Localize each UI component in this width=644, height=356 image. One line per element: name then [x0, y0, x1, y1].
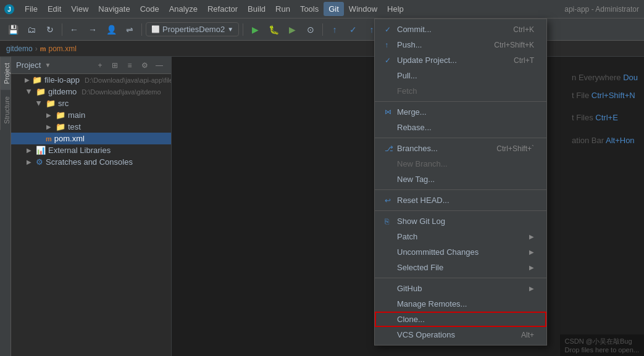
tree-item-pomxml[interactable]: m pom.xml: [11, 133, 171, 144]
breadcrumb-file[interactable]: pom.xml: [48, 44, 76, 53]
menu-analyze[interactable]: Analyze: [164, 2, 203, 16]
vcs-update-button[interactable]: 👤: [103, 22, 119, 38]
update-button[interactable]: ↑: [327, 22, 343, 38]
branch-icon: ⬜: [151, 25, 160, 33]
coverage-button[interactable]: ▶: [284, 22, 300, 38]
menu-tools[interactable]: Tools: [295, 2, 324, 16]
update-shortcut: Ctrl+T: [514, 56, 534, 65]
menubar: J File Edit View Navigate Code Analyze R…: [0, 0, 644, 19]
menu-code[interactable]: Code: [135, 2, 164, 16]
tree-item-fileioapp[interactable]: ▶ 📁 file-io-app D:\Download\java\api-app…: [11, 74, 171, 86]
git-menu-uncommitted[interactable]: Uncommitted Changes ▶: [375, 244, 546, 260]
sidebar-scroll-button[interactable]: ⊞: [108, 59, 122, 72]
branches-shortcut: Ctrl+Shift+`: [496, 144, 534, 153]
tree-item-test[interactable]: ▶ 📁 test: [11, 121, 171, 133]
tree-label-external-libs: External Libraries: [48, 146, 111, 155]
sidebar-collapse-button[interactable]: ≡: [123, 59, 136, 72]
git-menu-manage-remotes[interactable]: Manage Remotes...: [375, 296, 546, 312]
git-menu-commit[interactable]: ✓ Commit... Ctrl+K: [375, 22, 546, 37]
branch-selector[interactable]: ⬜ PropertiesDemo2 ▼: [146, 22, 239, 36]
tree-label-main: main: [68, 110, 85, 120]
toolbar: 💾 🗂 ↻ ← → 👤 ⇌ ⬜ PropertiesDemo2 ▼ ▶ 🐛 ▶ …: [0, 19, 644, 41]
commit-toolbar-button[interactable]: ✓: [345, 22, 361, 38]
folder-icon-main: 📁: [56, 110, 65, 120]
sync-button[interactable]: ↻: [42, 22, 58, 38]
tree-item-main[interactable]: ▶ 📁 main: [11, 109, 171, 121]
sidebar-dropdown-icon[interactable]: ▼: [44, 62, 51, 68]
project-tree: ▶ 📁 file-io-app D:\Download\java\api-app…: [11, 74, 171, 168]
push-shortcut: Ctrl+Shift+K: [494, 41, 534, 49]
folder-icon-fileioapp: 📁: [32, 75, 42, 85]
git-menu-vcs-operations-label: VCS Operations: [397, 330, 455, 339]
chevron-fileioapp: ▶: [25, 77, 30, 83]
left-tab-project[interactable]: Project: [0, 57, 10, 90]
breadcrumb-project[interactable]: gitdemo: [6, 44, 33, 53]
git-menu-vcs-operations[interactable]: VCS Operations Alt+: [375, 327, 546, 342]
sidebar-title: Project ▼: [16, 60, 91, 70]
profile-button[interactable]: ⊙: [303, 22, 319, 38]
git-menu-new-tag-label: New Tag...: [397, 175, 435, 184]
tree-item-gitdemo[interactable]: ▶ 📁 gitdemo D:\Download\java\gitdemo: [11, 86, 171, 97]
run-button[interactable]: ▶: [247, 22, 263, 38]
menu-help[interactable]: Help: [382, 2, 409, 16]
git-menu-update-label: Update Project...: [397, 56, 457, 65]
watermark-text: CSDN @小吴在敲Bug: [565, 337, 639, 346]
chevron-scratches: ▶: [25, 159, 33, 165]
tree-item-external-libs[interactable]: ▶ 📊 External Libraries: [11, 144, 171, 156]
menu-git[interactable]: Git: [324, 2, 344, 16]
git-menu-github[interactable]: GitHub ▶: [375, 281, 546, 296]
git-menu-push[interactable]: ↑ Push... Ctrl+Shift+K: [375, 37, 546, 52]
menu-navigate[interactable]: Navigate: [93, 2, 135, 16]
git-menu-selected-file-label: Selected File: [397, 263, 443, 272]
git-menu-show-log[interactable]: ⎘ Show Git Log: [375, 213, 546, 229]
git-menu-reset-head[interactable]: ↩ Reset HEAD...: [375, 192, 546, 208]
chevron-src: ▶: [36, 99, 43, 108]
save-button[interactable]: 💾: [5, 22, 21, 38]
tree-path-gitdemo: D:\Download\java\gitdemo: [82, 88, 161, 96]
git-menu-clone[interactable]: Clone...: [375, 312, 546, 327]
git-menu-new-branch-label: New Branch...: [397, 159, 448, 168]
diff-button[interactable]: ⇌: [122, 22, 138, 38]
forward-button[interactable]: →: [85, 22, 101, 38]
branch-name: PropertiesDemo2: [162, 25, 225, 34]
push-check: ↑: [385, 41, 393, 49]
sidebar: Project ▼ + ⊞ ≡ ⚙ — ▶ 📁 file-io-app D:\D…: [11, 57, 172, 356]
sidebar-settings-button[interactable]: ⚙: [138, 59, 151, 72]
back-button[interactable]: ←: [66, 22, 82, 38]
chevron-external-libs: ▶: [25, 147, 33, 154]
menu-view[interactable]: View: [66, 2, 93, 16]
save-all-button[interactable]: 🗂: [23, 22, 40, 38]
left-tab-structure[interactable]: Structure: [0, 90, 10, 130]
title-bar-text: api-app - Administrator: [564, 0, 644, 19]
git-menu-merge[interactable]: ⋈ Merge...: [375, 104, 546, 120]
menu-run[interactable]: Run: [270, 2, 295, 16]
left-tabs: Project Structure: [0, 57, 11, 356]
sidebar-hide-button[interactable]: —: [153, 59, 166, 72]
chevron-main: ▶: [44, 112, 53, 118]
git-menu-branches[interactable]: ⎇ Branches... Ctrl+Shift+`: [375, 141, 546, 156]
menu-refactor[interactable]: Refactor: [203, 2, 243, 16]
menu-file[interactable]: File: [20, 2, 43, 16]
folder-icon-src: 📁: [46, 99, 56, 108]
git-menu-selected-file[interactable]: Selected File ▶: [375, 260, 546, 275]
git-menu-rebase[interactable]: Rebase...: [375, 120, 546, 135]
pomxml-icon: m: [46, 135, 52, 143]
git-menu-new-tag[interactable]: New Tag...: [375, 172, 546, 187]
debug-button[interactable]: 🐛: [266, 22, 282, 38]
menu-window[interactable]: Window: [344, 2, 382, 16]
git-menu-clone-label: Clone...: [397, 315, 425, 324]
branches-check: ⎇: [385, 144, 393, 153]
sidebar-add-button[interactable]: +: [93, 59, 107, 72]
tree-item-scratches[interactable]: ▶ ⚙ Scratches and Consoles: [11, 156, 171, 168]
reset-head-check: ↩: [385, 196, 393, 205]
commit-check: ✓: [385, 25, 393, 34]
git-menu-update[interactable]: ✓ Update Project... Ctrl+T: [375, 52, 546, 68]
separator-4: [375, 210, 546, 211]
git-menu-patch[interactable]: Patch ▶: [375, 229, 546, 244]
menu-edit[interactable]: Edit: [43, 2, 66, 16]
menu-build[interactable]: Build: [243, 2, 270, 16]
git-menu-pull[interactable]: Pull...: [375, 68, 546, 83]
main-layout: Project Structure Project ▼ + ⊞ ≡ ⚙ — ▶ …: [0, 57, 644, 356]
tree-item-src[interactable]: ▶ 📁 src: [11, 97, 171, 109]
show-log-check: ⎘: [385, 217, 393, 226]
